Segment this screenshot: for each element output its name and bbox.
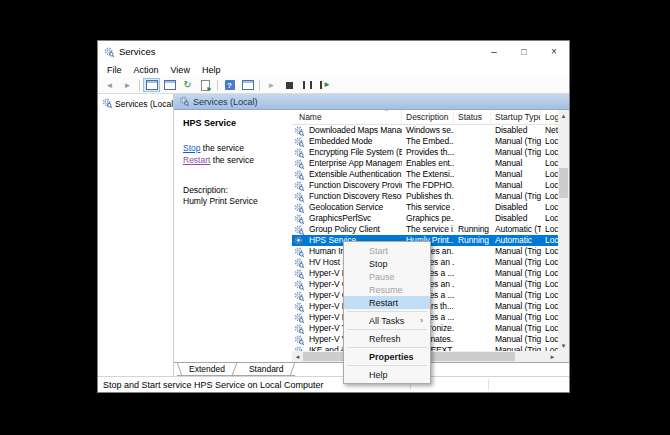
menu-bar: File Action View Help (98, 62, 569, 77)
menu-help[interactable]: Help (196, 65, 227, 75)
service-description: Provides th... (402, 147, 454, 158)
menu-separator (347, 347, 427, 348)
scroll-right-icon[interactable]: ► (547, 351, 558, 362)
scroll-left-icon[interactable]: ◄ (292, 351, 303, 362)
service-gear-icon (294, 170, 304, 180)
service-gear-icon (294, 313, 304, 323)
service-startup-type: Manual (Trig... (491, 301, 541, 312)
pause-service-icon[interactable] (299, 78, 316, 92)
service-row[interactable]: Embedded ModeThe Embed...Manual (Trig...… (292, 136, 558, 147)
scroll-up-icon[interactable]: ▲ (558, 110, 569, 121)
menu-file[interactable]: File (101, 65, 128, 75)
minimize-icon[interactable]: – (479, 41, 509, 62)
tab-extended[interactable]: Extended (177, 363, 237, 376)
console-tree-sidebar: Services (Local) (98, 94, 174, 376)
back-icon[interactable]: ◄ (101, 78, 118, 92)
stop-service-icon[interactable] (281, 78, 298, 92)
menu-item-help[interactable]: Help (344, 368, 430, 381)
services-node-icon (102, 98, 112, 110)
close-icon[interactable]: × (539, 41, 569, 62)
menu-item-stop[interactable]: Stop (344, 257, 430, 270)
menu-item-restart[interactable]: Restart (344, 296, 430, 309)
service-name: Extensible Authentication P... (305, 169, 402, 180)
vertical-scroll-thumb[interactable] (559, 168, 568, 198)
service-row[interactable]: Function Discovery Resourc...Publishes t… (292, 191, 558, 202)
description-text: Humly Print Service (183, 196, 286, 207)
vertical-scrollbar[interactable]: ▲ ▼ (558, 110, 569, 351)
status-bar-divider (488, 379, 489, 390)
start-service-icon[interactable]: ► (263, 78, 280, 92)
service-log-on-as: Loca (541, 136, 558, 147)
sidebar-item-services-local[interactable]: Services (Local) (102, 98, 173, 110)
window-pane-icon[interactable] (161, 78, 178, 92)
menu-item-pause[interactable]: Pause (344, 270, 430, 283)
column-header-startup-type[interactable]: Startup Type (491, 110, 541, 124)
service-gear-icon (294, 291, 304, 301)
forward-icon[interactable]: ► (119, 78, 136, 92)
menu-item-properties[interactable]: Properties (344, 350, 430, 363)
maximize-icon[interactable]: □ (509, 41, 539, 62)
column-header-status[interactable]: Status (454, 110, 491, 124)
service-status (454, 191, 491, 202)
panel-header-label: Services (Local) (193, 97, 258, 107)
service-action-links: Stop the service Restart the service (183, 143, 286, 165)
menu-item-start[interactable]: Start (344, 244, 430, 257)
service-gear-icon (294, 137, 304, 147)
menu-item-resume[interactable]: Resume (344, 283, 430, 296)
export-list-icon[interactable]: ► (197, 78, 214, 92)
service-gear-icon (294, 335, 304, 345)
scroll-down-icon[interactable]: ▼ (558, 340, 569, 351)
properties-pane-icon[interactable] (239, 78, 256, 92)
service-status (454, 202, 491, 213)
service-row[interactable]: Enterprise App Managemen...Enables ent..… (292, 158, 558, 169)
service-row[interactable]: GraphicsPerfSvcGraphics pe...DisabledLoc… (292, 213, 558, 224)
service-gear-icon (294, 280, 304, 290)
service-status (454, 125, 491, 136)
help-icon[interactable]: ? (221, 78, 238, 92)
service-name: Function Discovery Resourc... (305, 191, 402, 202)
menu-view[interactable]: View (165, 65, 196, 75)
restart-service-icon[interactable]: ► (317, 78, 334, 92)
menu-item-all-tasks[interactable]: All Tasks› (344, 314, 430, 327)
service-status (454, 268, 491, 279)
toolbar-separator (259, 80, 260, 91)
service-row[interactable]: Extensible Authentication P...The Extens… (292, 169, 558, 180)
stop-service-link[interactable]: Stop (183, 143, 201, 153)
service-row[interactable]: Downloaded Maps ManagerWindows se...Disa… (292, 125, 558, 136)
service-status (454, 301, 491, 312)
service-log-on-as: Loca (541, 191, 558, 202)
tab-standard[interactable]: Standard (237, 363, 296, 376)
service-startup-type: Manual (Trig... (491, 257, 541, 268)
service-log-on-as: Loca (541, 312, 558, 323)
service-row[interactable]: Geolocation ServiceThis service ...Disab… (292, 202, 558, 213)
service-log-on-as: Loca (541, 334, 558, 345)
toolbar-separator (139, 80, 140, 91)
menu-item-refresh[interactable]: Refresh (344, 332, 430, 345)
service-status (454, 257, 491, 268)
service-status (454, 246, 491, 257)
service-log-on-as: Loca (541, 246, 558, 257)
main-area: Services (Local) Services (Local) HPS Se… (98, 94, 569, 376)
menu-action[interactable]: Action (128, 65, 165, 75)
service-gear-icon (294, 258, 304, 268)
service-log-on-as: Loca (541, 323, 558, 334)
service-startup-type: Manual (491, 169, 541, 180)
service-startup-type: Manual (Trig... (491, 290, 541, 301)
show-console-tree-icon[interactable] (143, 78, 160, 92)
service-status (454, 169, 491, 180)
column-header-description[interactable]: Description (402, 110, 454, 124)
service-status (454, 334, 491, 345)
service-status (454, 158, 491, 169)
service-gear-icon (294, 247, 304, 257)
service-row[interactable]: Group Policy ClientThe service i...Runni… (292, 224, 558, 235)
service-row[interactable]: Function Discovery Provide...The FDPHO..… (292, 180, 558, 191)
refresh-icon[interactable]: ↻ (179, 78, 196, 92)
restart-service-link[interactable]: Restart (183, 155, 210, 165)
service-row[interactable]: Encrypting File System (EFS)Provides th.… (292, 147, 558, 158)
service-description-block: Description: Humly Print Service (183, 185, 286, 206)
sort-ascending-indicator: ^ (385, 110, 388, 114)
column-header-log-on-as[interactable]: Log On As (541, 110, 558, 124)
service-description: This service ... (402, 202, 454, 213)
service-log-on-as: Loca (541, 290, 558, 301)
service-log-on-as: Loca (541, 158, 558, 169)
